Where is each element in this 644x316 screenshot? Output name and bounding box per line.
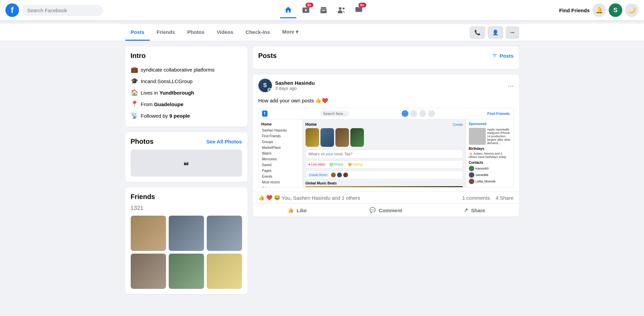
- right-panel: Posts Posts S Sashen Hasindu 3 days ago …: [253, 46, 519, 294]
- call-action-button[interactable]: 📞: [470, 26, 485, 39]
- facebook-logo[interactable]: f: [5, 3, 19, 17]
- like-reaction-icon: 👍: [258, 195, 265, 201]
- fake-home-label: Home: [261, 122, 300, 126]
- post-meta: Sashen Hasindu 3 days ago: [275, 80, 504, 91]
- fake-right-panel: Sponsored Apple reportedly readjusts iPh…: [466, 119, 513, 187]
- fake-sidebar-item: Watch: [261, 151, 300, 156]
- more-dots-icon: ···: [510, 29, 515, 35]
- fake-sidebar-item: Saved: [261, 162, 300, 168]
- friends-grid: [131, 216, 242, 289]
- see-all-photos-link[interactable]: See All Photos: [206, 139, 242, 144]
- intro-card: Intro 💼 syndicate collaborative platform…: [125, 46, 247, 127]
- nav-groups-button[interactable]: [333, 2, 349, 18]
- tab-posts[interactable]: Posts: [125, 24, 150, 41]
- fake-sidebar-item: Find Friends: [261, 133, 300, 139]
- fake-contact: Lolita_Moscisk: [469, 179, 511, 184]
- svg-point-3: [343, 7, 345, 9]
- find-friends-button[interactable]: Find Friends: [559, 7, 590, 13]
- fake-car-image: [306, 186, 463, 187]
- tab-checkins[interactable]: Check-Ins: [240, 24, 275, 41]
- location-icon: 📍: [131, 100, 137, 108]
- fake-story: [306, 128, 319, 147]
- shares-count: 4 Share: [496, 195, 514, 201]
- nav-gaming-button[interactable]: 9+: [351, 2, 367, 18]
- friends-title: Friends: [131, 193, 242, 201]
- tab-photos[interactable]: Photos: [182, 24, 210, 41]
- fake-birthdays-label: Birthdays: [469, 147, 511, 151]
- fake-find-friends: Find Friends: [487, 112, 510, 116]
- fake-avatar-small: [331, 172, 336, 178]
- comments-count: 1 comments: [462, 195, 490, 201]
- intro-title: Intro: [131, 52, 242, 60]
- online-indicator: [268, 88, 272, 92]
- notifications-button[interactable]: 🔔: [592, 3, 606, 17]
- post-header: S Sashen Hasindu 3 days ago ···: [253, 75, 519, 96]
- more-action-button[interactable]: ···: [506, 26, 519, 39]
- fake-room-bar: Create Room: [306, 171, 463, 179]
- photos-card: Photos See All Photos 📷: [125, 132, 247, 182]
- user-avatar[interactable]: S: [609, 3, 622, 17]
- intro-lives: 🏠 Lives in Yundtborough: [131, 87, 242, 98]
- education-icon: 🎓: [131, 77, 137, 85]
- fake-sidebar-item: Pages: [261, 168, 300, 174]
- fake-avatar-small: [337, 172, 342, 178]
- fake-contacts-label: Contacts: [469, 161, 511, 164]
- fake-sidebar-item: MarketPlace: [261, 145, 300, 151]
- friend-action-button[interactable]: 👤: [488, 26, 503, 39]
- friend-thumbnail[interactable]: [169, 254, 204, 289]
- fake-avatars-row: [331, 172, 348, 178]
- post-author-name[interactable]: Sashen Hasindu: [275, 80, 504, 86]
- fake-nav-icons: [402, 110, 435, 117]
- haha-reaction-icon: 😂: [274, 195, 280, 201]
- friends-card: Friends 1321: [125, 187, 247, 294]
- posts-filter-button[interactable]: Posts: [492, 53, 514, 59]
- left-panel: Intro 💼 syndicate collaborative platform…: [125, 46, 247, 294]
- photos-header: Photos See All Photos: [131, 138, 242, 145]
- fake-create-room: Create Room: [307, 173, 330, 177]
- post-options-button[interactable]: ···: [508, 82, 514, 90]
- comment-button[interactable]: 💬 Comment: [342, 204, 430, 217]
- posts-section-header: Posts Posts: [258, 52, 514, 60]
- fake-sidebar-item: Events: [261, 174, 300, 179]
- fake-story: [335, 128, 349, 147]
- home-intro-icon: 🏠: [131, 89, 137, 96]
- photos-placeholder: 📷: [131, 150, 242, 177]
- friend-thumbnail[interactable]: [131, 216, 166, 251]
- friend-thumbnail[interactable]: [207, 254, 242, 289]
- topnav-left: f: [5, 3, 103, 17]
- fake-home-text: Home: [306, 122, 317, 127]
- like-button[interactable]: 👍 Like: [253, 204, 342, 217]
- posts-section-title: Posts: [258, 52, 277, 60]
- share-button[interactable]: ↗ Share: [430, 204, 519, 217]
- fake-post-author: Global Music Beats: [306, 181, 463, 185]
- moon-icon: 🌙: [628, 6, 636, 14]
- tab-videos[interactable]: Videos: [211, 24, 239, 41]
- main-content: Intro 💼 syndicate collaborative platform…: [118, 41, 526, 300]
- fake-ad-text: Apple reportedly readjusts iPhone 14 pro…: [487, 128, 511, 145]
- profile-tabs-bar: Posts Friends Photos Videos Check-Ins Mo…: [118, 24, 526, 41]
- briefcase-icon: 💼: [131, 66, 137, 73]
- friend-thumbnail[interactable]: [169, 216, 204, 251]
- nav-home-button[interactable]: [280, 2, 296, 18]
- post-timestamp: 3 days ago: [275, 86, 504, 91]
- fake-story: [350, 128, 364, 147]
- intro-from: 📍 From Guadeloupe: [131, 98, 242, 110]
- dark-mode-button[interactable]: 🌙: [625, 3, 639, 17]
- fake-contact-name: Lolita_Moscisk: [476, 180, 496, 183]
- search-input[interactable]: [22, 5, 103, 16]
- nav-video-button[interactable]: 9+: [298, 2, 314, 18]
- friend-thumbnail[interactable]: [131, 254, 166, 289]
- friend-thumbnail[interactable]: [207, 216, 242, 251]
- tab-more[interactable]: More ▾: [277, 24, 304, 41]
- fake-nav-icon: [428, 110, 435, 117]
- nav-marketplace-button[interactable]: [315, 2, 332, 18]
- fake-header: f Search face... Find Friends: [259, 108, 513, 119]
- fake-create-header: Home Create: [306, 122, 463, 127]
- fake-create-link: Create: [453, 123, 463, 126]
- fake-sidebar-item: Memories: [261, 156, 300, 162]
- followers-icon: 📡: [131, 112, 137, 119]
- fake-contact-name: Karson63: [476, 167, 489, 170]
- tab-friends[interactable]: Friends: [151, 24, 180, 41]
- intro-education: 🎓 Incand SonsLLCGroup: [131, 75, 242, 87]
- post-author-avatar[interactable]: S: [258, 79, 272, 92]
